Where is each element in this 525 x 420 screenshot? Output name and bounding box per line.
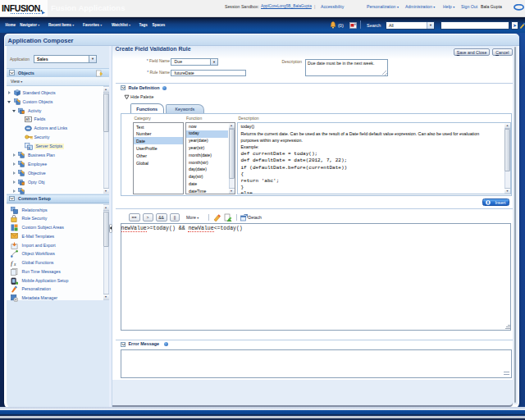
svg-text:ab: ab	[25, 118, 30, 122]
svg-text:x: x	[13, 262, 16, 267]
